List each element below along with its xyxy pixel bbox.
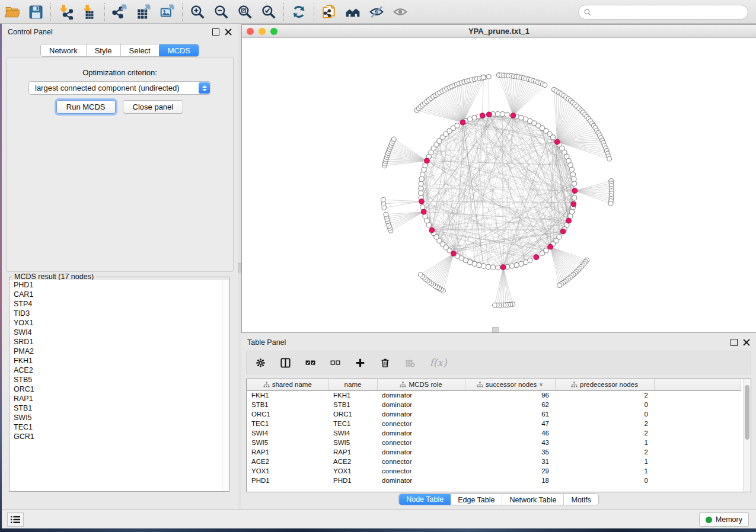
maximize-window-button[interactable] — [270, 28, 277, 35]
cell-successor-nodes[interactable]: 46 — [465, 428, 555, 438]
open-session-button[interactable] — [0, 2, 24, 22]
cell-name[interactable]: RAP1 — [328, 447, 377, 457]
cell-MCDS-role[interactable]: dominator — [377, 409, 465, 419]
cell-name[interactable]: ORC1 — [328, 409, 377, 419]
duplicate-network-button[interactable] — [317, 2, 341, 22]
cell-name[interactable]: FKH1 — [328, 390, 377, 400]
horizontal-splitter-grabber[interactable] — [492, 327, 499, 332]
network-frame-titlebar[interactable]: YPA_prune.txt_1 — [242, 25, 756, 38]
cell-successor-nodes[interactable]: 29 — [465, 466, 555, 476]
tab-network-table[interactable]: Network Table — [503, 494, 564, 505]
cell-successor-nodes[interactable]: 18 — [465, 476, 555, 485]
float-window-icon[interactable] — [731, 339, 738, 346]
graph-hub-node[interactable] — [425, 158, 430, 164]
cell-shared-name[interactable]: PHD1 — [247, 476, 328, 485]
hide-selected-button[interactable] — [365, 2, 388, 22]
show-all-button[interactable] — [388, 2, 412, 22]
zoom-selected-button[interactable] — [257, 2, 280, 22]
graph-node[interactable] — [519, 261, 524, 266]
graph-node[interactable] — [509, 264, 514, 268]
graph-satellite-node[interactable] — [486, 74, 491, 79]
cell-MCDS-role[interactable]: dominator — [377, 428, 465, 438]
columns-button[interactable] — [279, 356, 292, 369]
close-panel-icon[interactable] — [225, 28, 232, 36]
cell-predecessor-nodes[interactable]: 1 — [555, 466, 654, 476]
tab-motifs[interactable]: Motifs — [564, 494, 598, 505]
cell-name[interactable]: STB1 — [328, 400, 377, 409]
graph-hub-node[interactable] — [480, 113, 485, 118]
mcds-result-item[interactable]: STB5 — [9, 375, 229, 384]
zoom-fit-button[interactable] — [233, 2, 257, 22]
graph-hub-node[interactable] — [572, 188, 578, 194]
tab-node-table[interactable]: Node Table — [398, 493, 451, 505]
minimize-window-button[interactable] — [259, 28, 266, 35]
mcds-result-item[interactable]: ORC1 — [9, 384, 229, 394]
cell-shared-name[interactable]: ORC1 — [247, 409, 328, 419]
float-window-icon[interactable] — [212, 28, 219, 36]
run-mcds-button[interactable]: Run MCDS — [56, 100, 116, 114]
export-image-button[interactable] — [155, 2, 179, 22]
network-graph[interactable] — [242, 39, 756, 332]
graph-satellite-node[interactable] — [418, 273, 423, 277]
mcds-result-item[interactable]: FKH1 — [9, 356, 229, 366]
graph-satellite-node[interactable] — [381, 197, 385, 202]
graph-hub-node[interactable] — [571, 201, 576, 207]
cell-name[interactable]: SWI4 — [328, 428, 377, 438]
graph-node[interactable] — [540, 251, 544, 255]
cell-predecessor-nodes[interactable]: 1 — [555, 438, 654, 447]
table-row[interactable]: YOX1YOX1connector291 — [247, 466, 741, 476]
graph-node[interactable] — [495, 111, 500, 116]
cell-MCDS-role[interactable]: dominator — [377, 400, 465, 409]
graph-hub-node[interactable] — [429, 227, 435, 233]
cell-successor-nodes[interactable]: 47 — [465, 419, 555, 428]
mcds-result-item[interactable]: PMA2 — [9, 347, 229, 356]
graph-satellite-node[interactable] — [607, 156, 612, 161]
graph-satellite-node[interactable] — [391, 137, 396, 142]
graph-node[interactable] — [486, 264, 490, 269]
graph-node[interactable] — [419, 191, 423, 196]
table-row[interactable]: SWI4SWI4dominator462 — [247, 428, 741, 438]
cell-successor-nodes[interactable]: 62 — [465, 400, 555, 409]
graph-hub-node[interactable] — [451, 251, 457, 257]
graph-satellite-node[interactable] — [557, 283, 562, 288]
table-row[interactable]: STB1STB1dominator620 — [247, 400, 741, 409]
import-network-button[interactable] — [54, 2, 78, 22]
cell-successor-nodes[interactable]: 43 — [465, 438, 555, 447]
cell-predecessor-nodes[interactable]: 2 — [555, 428, 654, 438]
cell-predecessor-nodes[interactable]: 0 — [555, 400, 654, 409]
graph-hub-node[interactable] — [566, 218, 572, 223]
column-header-MCDS-role[interactable]: MCDS role — [377, 379, 465, 390]
network-canvas[interactable] — [242, 39, 756, 332]
tab-select[interactable]: Select — [121, 44, 160, 56]
graph-node[interactable] — [569, 167, 574, 172]
column-header-shared-name[interactable]: shared name — [247, 379, 328, 390]
graph-node[interactable] — [500, 112, 505, 117]
graph-satellite-node[interactable] — [481, 75, 486, 79]
mcds-result-item[interactable]: ACE2 — [9, 366, 229, 375]
graph-hub-node[interactable] — [500, 265, 506, 270]
delete-column-button[interactable] — [378, 356, 391, 369]
table-row[interactable]: ACE2ACE2connector311 — [247, 457, 741, 466]
graph-hub-node[interactable] — [419, 199, 425, 204]
cell-shared-name[interactable]: STB1 — [247, 400, 328, 409]
graph-hub-node[interactable] — [487, 112, 492, 117]
cell-successor-nodes[interactable]: 35 — [465, 447, 555, 457]
cell-MCDS-role[interactable]: dominator — [377, 447, 465, 457]
graph-hub-node[interactable] — [548, 244, 553, 249]
graph-satellite-node[interactable] — [608, 201, 613, 206]
graph-hub-node[interactable] — [554, 139, 560, 145]
graph-node[interactable] — [420, 172, 425, 177]
cell-name[interactable]: PHD1 — [328, 476, 377, 485]
select-all-button[interactable] — [304, 356, 317, 369]
import-table-button[interactable] — [78, 2, 101, 22]
graph-hub-node[interactable] — [560, 229, 566, 234]
cell-successor-nodes[interactable]: 61 — [465, 409, 555, 419]
graph-node[interactable] — [481, 264, 486, 268]
table-row[interactable]: PHD1PHD1dominator180 — [247, 476, 741, 485]
cell-predecessor-nodes[interactable]: 0 — [555, 409, 654, 419]
graph-node[interactable] — [572, 196, 577, 200]
column-header-name[interactable]: name — [328, 379, 377, 390]
cell-MCDS-role[interactable]: connector — [377, 457, 465, 466]
tab-network[interactable]: Network — [41, 44, 87, 56]
cell-shared-name[interactable]: YOX1 — [247, 466, 328, 476]
